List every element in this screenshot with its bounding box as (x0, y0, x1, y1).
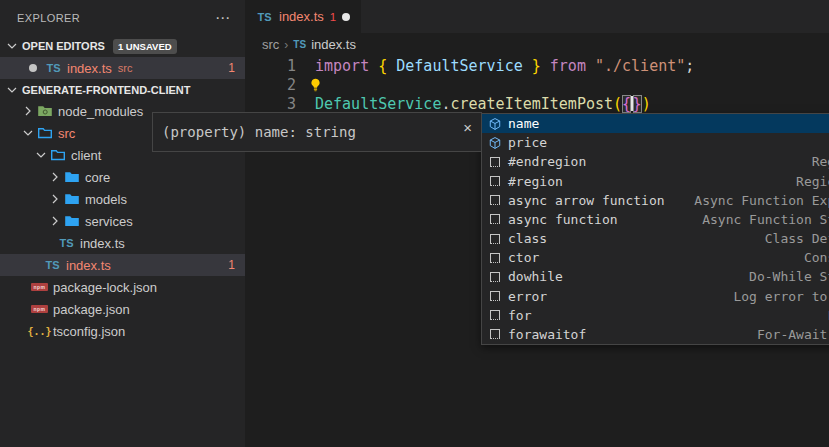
suggest-label: #region (508, 174, 563, 189)
tree-item-src-index-ts[interactable]: TS index.ts 1 (0, 254, 245, 276)
tree-item-label: package.json (53, 302, 130, 317)
snippet-icon (487, 212, 503, 226)
suggest-item-dowhile[interactable]: dowhile Do-While Statement (482, 267, 829, 286)
suggest-label: error (508, 289, 547, 304)
tree-item-label: package-lock.json (53, 280, 157, 295)
suggest-item-region[interactable]: #region Region Start (482, 172, 829, 191)
json-file-icon: {..} (31, 323, 48, 339)
typescript-file-icon: TS (45, 60, 62, 76)
suggest-item-endregion[interactable]: #endregion Region End (482, 152, 829, 171)
folder-icon (63, 191, 80, 207)
problem-count-badge: 1 (228, 61, 235, 75)
close-icon[interactable]: × (463, 120, 472, 135)
snippet-icon (487, 251, 503, 265)
tree-item-package-json[interactable]: npm package.json (0, 298, 245, 320)
matched-bracket: { (622, 95, 631, 113)
suggest-detail: Region Start (796, 174, 829, 189)
suggest-label: name (508, 116, 539, 131)
tree-item-label: node_modules (58, 104, 143, 119)
folder-icon (63, 169, 80, 185)
suggest-label: ctor (508, 250, 539, 265)
open-editor-item-index-ts[interactable]: TS index.ts src 1 (0, 57, 245, 79)
tree-item-models[interactable]: models (0, 188, 245, 210)
lightbulb-icon[interactable] (309, 78, 322, 96)
explorer-sidebar: EXPLORER ⋯ OPEN EDITORS 1 UNSAVED TS ind… (0, 0, 245, 447)
suggest-detail: Class Definition (765, 231, 829, 246)
code-line-1[interactable]: 1 import { DefaultService } from "./clie… (245, 57, 694, 76)
tab-bar: TS index.ts 1 (245, 0, 829, 33)
suggest-item-async-function[interactable]: async function Async Function Statement (482, 210, 829, 229)
snippet-icon (487, 270, 503, 284)
suggest-detail: Constructor (804, 250, 829, 265)
npm-file-icon: npm (31, 301, 48, 317)
chevron-down-icon (4, 38, 20, 54)
tree-item-label: services (85, 214, 133, 229)
more-actions-icon[interactable]: ⋯ (215, 13, 231, 23)
folder-open-icon (49, 147, 66, 163)
open-editor-file-label: index.ts (67, 61, 112, 76)
suggest-label: forawaitof (508, 327, 586, 342)
suggest-detail: Async Function Expression (694, 193, 829, 208)
workspace-root-header[interactable]: GENERATE-FRONTEND-CLIENT (0, 79, 245, 100)
hover-text: (property) name: string (162, 124, 356, 140)
modified-dot-icon (29, 64, 37, 72)
open-editors-header[interactable]: OPEN EDITORS 1 UNSAVED (0, 35, 245, 57)
chevron-right-icon (47, 213, 63, 229)
tree-item-label: core (85, 170, 110, 185)
field-icon (487, 117, 503, 131)
breadcrumb-folder[interactable]: src (262, 37, 279, 52)
snippet-icon (487, 193, 503, 207)
breadcrumb-file[interactable]: index.ts (311, 37, 356, 52)
field-icon (487, 136, 503, 150)
snippet-icon (487, 232, 503, 246)
tab-problem-count: 1 (330, 11, 336, 23)
tree-item-label: tsconfig.json (53, 324, 125, 339)
suggest-label: async function (508, 212, 618, 227)
line-number: 1 (245, 57, 296, 76)
suggest-item-async-arrow-function[interactable]: async arrow function Async Function Expr… (482, 191, 829, 210)
tree-item-label: src (58, 126, 75, 141)
suggest-label: #endregion (508, 154, 586, 169)
suggest-item-price[interactable]: price (482, 133, 829, 152)
snippet-icon (487, 174, 503, 188)
snippet-icon (487, 327, 503, 341)
suggest-detail: Async Function Statement (702, 212, 829, 227)
workspace-root-label: GENERATE-FRONTEND-CLIENT (22, 84, 190, 96)
tree-item-label: index.ts (66, 258, 111, 273)
chevron-right-icon (20, 103, 36, 119)
suggest-item-for[interactable]: for For Loop (482, 306, 829, 325)
code-area: 1 import { DefaultService } from "./clie… (245, 57, 694, 114)
tree-item-services[interactable]: services (0, 210, 245, 232)
suggest-item-class[interactable]: class Class Definition (482, 229, 829, 248)
suggest-item-error[interactable]: error Log error to console (482, 287, 829, 306)
npm-file-icon: npm (31, 279, 48, 295)
chevron-down-icon (33, 147, 49, 163)
suggest-detail: Region End (812, 154, 829, 169)
suggest-detail: For-Await-Of Loop (757, 327, 829, 342)
tab-index-ts[interactable]: TS index.ts 1 (245, 0, 361, 33)
chevron-down-icon (4, 82, 20, 98)
code-text: import { DefaultService } from "./client… (315, 57, 694, 76)
suggest-widget: name price #endregion Region End #region… (481, 113, 829, 345)
tree-item-client-index-ts[interactable]: TS index.ts (0, 232, 245, 254)
suggest-item-ctor[interactable]: ctor Constructor (482, 248, 829, 267)
tab-modified-dot-icon[interactable] (342, 13, 350, 21)
suggest-item-forawaitof[interactable]: forawaitof For-Await-Of Loop (482, 325, 829, 344)
snippet-icon (487, 155, 503, 169)
explorer-title: EXPLORER (17, 12, 80, 24)
tree-item-core[interactable]: core (0, 166, 245, 188)
suggest-label: price (508, 135, 547, 150)
folder-node-modules-icon (36, 103, 53, 119)
tree-item-package-lock-json[interactable]: npm package-lock.json (0, 276, 245, 298)
typescript-file-icon: TS (293, 39, 306, 50)
suggest-item-name[interactable]: name (482, 114, 829, 133)
suggest-label: class (508, 231, 547, 246)
line-number: 2 (245, 76, 296, 95)
unsaved-badge: 1 UNSAVED (113, 39, 177, 54)
breadcrumb-separator-icon: › (284, 38, 288, 52)
folder-icon (63, 213, 80, 229)
tree-item-tsconfig-json[interactable]: {..} tsconfig.json (0, 320, 245, 342)
chevron-down-icon (20, 125, 36, 141)
chevron-right-icon (47, 169, 63, 185)
snippet-icon (487, 308, 503, 322)
